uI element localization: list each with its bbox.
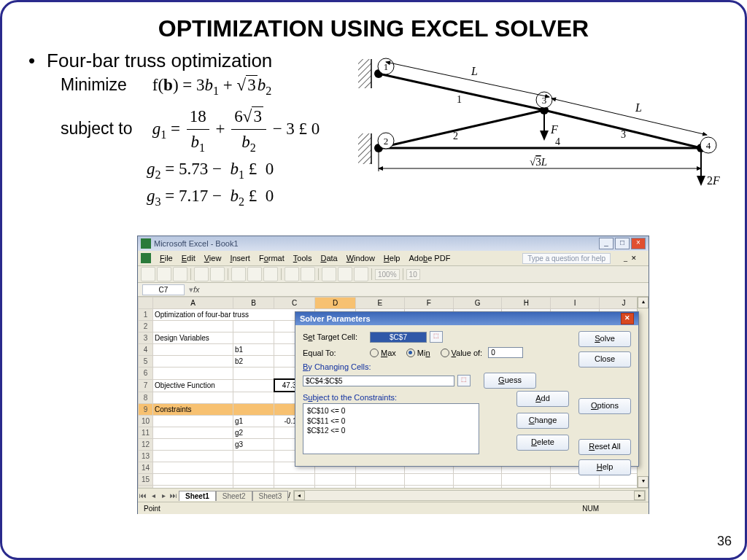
svg-text:3: 3: [621, 129, 626, 140]
spreadsheet-grid[interactable]: ABCDEFGHIJ 1Optimization of four-bar tru…: [138, 297, 649, 488]
help-search[interactable]: Type a question for help: [522, 253, 611, 264]
zoom-box[interactable]: 100%: [375, 269, 400, 280]
tool-open[interactable]: [157, 267, 171, 281]
svg-text:4: 4: [555, 136, 560, 147]
options-button[interactable]: Options: [578, 398, 631, 414]
solver-titlebar: Solver Parameters ✕: [295, 312, 638, 325]
menu-file[interactable]: File: [160, 254, 173, 262]
minimize-button[interactable]: _: [599, 238, 614, 249]
menu-help[interactable]: Help: [384, 254, 400, 262]
label-target: Set Target Cell:: [303, 332, 370, 341]
excel-title: Microsoft Excel - Book1: [154, 239, 597, 248]
menu-tools[interactable]: Tools: [293, 254, 312, 262]
pick-target-icon[interactable]: ⬚: [430, 331, 443, 343]
svg-text:1: 1: [457, 94, 462, 105]
excel-toolbar: 100% 10: [138, 266, 649, 283]
svg-text:2: 2: [453, 131, 458, 141]
excel-window: Microsoft Excel - Book1 _ □ × File Edit …: [137, 236, 649, 514]
tab-sheet3[interactable]: Sheet3: [252, 491, 289, 501]
guess-button[interactable]: Guess: [484, 373, 536, 389]
sheet-nav-last[interactable]: ⏭: [169, 491, 179, 499]
truss-diagram: 1 2 3 4 1 2 3 4 L L √3L F 2F: [344, 53, 723, 199]
radio-min[interactable]: [406, 349, 415, 357]
svg-text:4: 4: [706, 140, 711, 151]
constraints-list[interactable]: $C$10 <= 0 $C$11 <= 0 $C$12 <= 0: [303, 403, 479, 454]
radio-max[interactable]: [370, 349, 379, 357]
formula-bar: C7 ▾ fx: [138, 283, 649, 297]
radio-value[interactable]: [441, 349, 449, 357]
tool-copy[interactable]: [247, 267, 262, 281]
svg-text:2: 2: [384, 136, 389, 147]
svg-rect-2: [358, 133, 371, 164]
solver-dialog: Solver Parameters ✕ Set Target Cell: ⬚ E…: [295, 311, 639, 467]
tab-sheet1[interactable]: Sheet1: [179, 491, 216, 501]
sheet-tabs: ⏮ ◂ ▸ ⏭ Sheet1 Sheet2 Sheet3 /: [138, 488, 649, 502]
tool-sum[interactable]: [322, 267, 336, 281]
menu-insert[interactable]: Insert: [230, 254, 250, 262]
target-cell-input[interactable]: [370, 332, 427, 343]
fx-icon[interactable]: fx: [193, 285, 200, 294]
close-button[interactable]: Close: [578, 351, 631, 368]
tool-paste[interactable]: [263, 267, 278, 281]
workbook-icon: [141, 253, 151, 263]
name-box[interactable]: C7: [142, 284, 185, 295]
sheet-nav-first[interactable]: ⏮: [138, 491, 148, 499]
tool-cut[interactable]: [231, 267, 246, 281]
svg-rect-1: [358, 59, 371, 88]
tool-preview[interactable]: [210, 267, 225, 281]
tool-sort[interactable]: [338, 267, 352, 281]
close-button[interactable]: ×: [631, 238, 646, 249]
tool-save[interactable]: [173, 267, 187, 281]
menu-window[interactable]: Window: [347, 254, 375, 262]
tool-undo[interactable]: [285, 267, 299, 281]
svg-line-25: [386, 62, 549, 97]
svg-text:√3L: √3L: [530, 156, 547, 168]
pick-changing-icon[interactable]: ⬚: [457, 375, 471, 386]
slide-title: OPTIMIZATION USING EXCEL SOLVER: [2, 15, 745, 42]
tool-chart[interactable]: [354, 267, 368, 281]
menu-format[interactable]: Format: [259, 254, 285, 262]
tab-sheet2[interactable]: Sheet2: [216, 491, 252, 501]
status-bar: Point NUM: [138, 502, 649, 514]
excel-icon: [141, 238, 151, 249]
subject-label: subject to: [61, 116, 148, 141]
solver-close-icon[interactable]: ✕: [621, 313, 634, 324]
svg-text:1: 1: [384, 61, 389, 72]
g1-tail: − 3 £ 0: [273, 120, 320, 138]
page-number: 36: [717, 534, 732, 549]
menu-view[interactable]: View: [204, 254, 222, 262]
fontsize-box[interactable]: 10: [406, 269, 420, 280]
change-button[interactable]: Change: [516, 413, 569, 429]
minimize-label: Minimize: [61, 72, 148, 98]
status-mode: Point: [144, 505, 160, 513]
tool-new[interactable]: [141, 267, 155, 281]
tool-print[interactable]: [194, 267, 209, 281]
valueof-input[interactable]: [488, 347, 523, 358]
tool-redo[interactable]: [301, 267, 315, 281]
slide: OPTIMIZATION USING EXCEL SOLVER Four-bar…: [0, 0, 747, 560]
menu-edit[interactable]: Edit: [182, 254, 196, 262]
excel-titlebar: Microsoft Excel - Book1 _ □ ×: [138, 236, 649, 251]
sheet-nav-prev[interactable]: ◂: [148, 491, 158, 499]
svg-text:L: L: [471, 65, 478, 77]
svg-line-10: [379, 110, 544, 148]
maximize-button[interactable]: □: [615, 238, 630, 249]
solve-button[interactable]: Solve: [578, 331, 631, 347]
delete-button[interactable]: Delete: [516, 435, 569, 451]
horizontal-scrollbar[interactable]: [293, 490, 646, 501]
solver-title: Solver Parameters: [300, 314, 371, 323]
svg-text:L: L: [635, 101, 642, 114]
menu-adobe[interactable]: Adobe PDF: [409, 254, 450, 262]
reset-button[interactable]: Reset All: [578, 439, 631, 455]
sheet-nav-next[interactable]: ▸: [158, 491, 169, 499]
svg-text:2F: 2F: [707, 174, 720, 187]
label-equalto: Equal To:: [303, 349, 370, 357]
status-num: NUM: [582, 505, 599, 513]
svg-text:F: F: [550, 123, 558, 136]
changing-cells-input[interactable]: [303, 376, 454, 386]
excel-menubar: File Edit View Insert Format Tools Data …: [138, 251, 649, 266]
menu-data[interactable]: Data: [320, 254, 337, 262]
help-button[interactable]: Help: [578, 459, 631, 475]
add-button[interactable]: Add: [516, 391, 569, 407]
